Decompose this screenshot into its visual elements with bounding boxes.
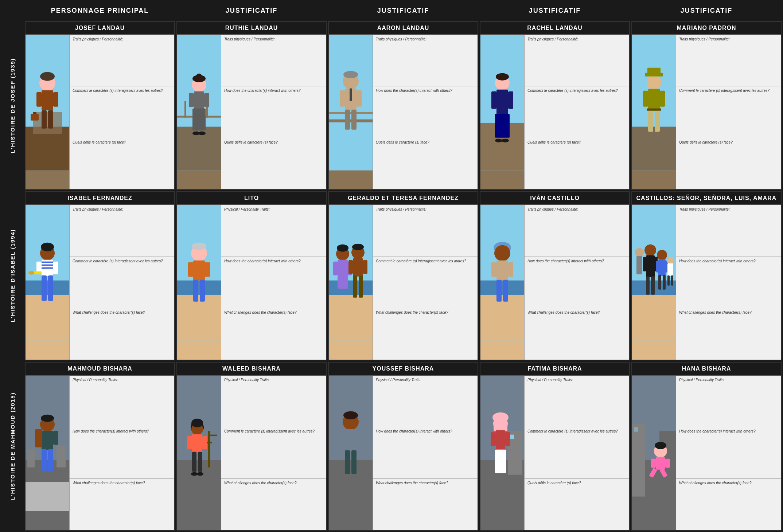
name-waleed: WALEED BISHARA	[177, 363, 326, 376]
figure-fatima	[480, 376, 524, 530]
field-castillos-2: What challenges does the character(s) fa…	[676, 308, 781, 359]
image-geraldo-teresa	[329, 205, 373, 359]
name-youssef: YOUSSEF BISHARA	[329, 363, 478, 376]
field-geraldo-teresa-0: Traits physiques / Personnalité:	[373, 205, 478, 257]
name-lito: LITO	[177, 192, 326, 205]
svg-rect-154	[192, 451, 196, 472]
field-mariano-1: Comment le caractère (s) interagissent a…	[676, 86, 781, 138]
svg-rect-60	[26, 281, 69, 295]
svg-point-126	[667, 257, 674, 264]
svg-rect-132	[27, 449, 35, 467]
svg-rect-37	[350, 89, 352, 101]
figure-hana	[632, 376, 676, 530]
card-geraldo-teresa: GERALDO ET TERESA FERNANDEZ	[328, 191, 478, 360]
image-ruthie	[177, 35, 221, 189]
fields-isabel: Traits physiques / Personnalité: Comment…	[69, 205, 174, 359]
header-col1: PERSONNAGE PRINCIPAL	[25, 1, 175, 20]
content-rachel: Traits physiques / Personnalité: Comment…	[480, 35, 629, 189]
svg-rect-23	[204, 93, 209, 107]
name-castillos: CASTILLOS: SEÑOR, SEÑORA, LUIS, AMARA	[632, 192, 781, 205]
content-fatima: Physical / Personality Traits: Comment l…	[480, 376, 629, 530]
svg-rect-145	[208, 431, 210, 467]
field-geraldo-teresa-1: Comment le caractère (s) interagissent a…	[373, 257, 478, 308]
svg-rect-97	[353, 276, 357, 298]
svg-point-103	[494, 245, 510, 261]
field-josef-2: Quels défis le caractère (s) face?	[70, 138, 174, 189]
field-hana-2: What challenges does the character(s) fa…	[676, 479, 781, 530]
image-mariano	[632, 35, 676, 189]
svg-rect-178	[495, 449, 506, 473]
field-fatima-2: Quels défis le caractère (s) face?	[525, 479, 629, 530]
svg-rect-108	[503, 280, 508, 302]
svg-rect-24	[192, 109, 206, 130]
svg-point-26	[198, 132, 206, 135]
svg-rect-94	[353, 258, 363, 277]
svg-rect-57	[655, 110, 660, 132]
fields-youssef: Physical / Personality Traits: How does …	[373, 376, 478, 530]
svg-rect-125	[663, 275, 666, 290]
image-castillos	[632, 205, 676, 359]
svg-rect-10	[31, 114, 39, 121]
svg-point-156	[191, 472, 198, 476]
svg-point-9	[40, 72, 55, 81]
svg-point-78	[192, 243, 206, 250]
fields-mariano: Traits physiques / Personnalité: Comment…	[676, 35, 781, 189]
svg-point-157	[197, 472, 203, 476]
fields-josef: Traits physiques / Personnalité: Comment…	[69, 35, 174, 189]
svg-rect-142	[48, 449, 53, 471]
svg-point-150	[191, 418, 203, 427]
svg-rect-98	[359, 276, 363, 298]
field-ruthie-2: Quels défis le caractère (s) face?	[221, 138, 326, 189]
field-rachel-0: Traits physiques / Personnalité:	[525, 35, 629, 86]
svg-rect-113	[636, 256, 642, 274]
card-waleed: WALEED BISHARA	[176, 362, 327, 531]
field-ruthie-1: How does the character(s) interact with …	[221, 86, 326, 138]
field-fatima-0: Physical / Personality Traits:	[525, 376, 629, 427]
figure-josef	[26, 35, 69, 189]
content-isabel: Traits physiques / Personnalité: Comment…	[26, 205, 174, 359]
svg-rect-65	[42, 262, 53, 263]
card-aaron: AARON LANDAU	[328, 21, 478, 190]
field-waleed-0: Physical / Personality Traits:	[221, 376, 326, 427]
name-ruthie: RUTHIE LANDAU	[177, 22, 326, 35]
card-hana: HANA BISHARA	[631, 362, 782, 531]
field-lito-0: Physical / Personality Traits:	[221, 205, 326, 257]
svg-rect-95	[348, 260, 353, 274]
svg-rect-185	[656, 457, 665, 469]
field-isabel-2: What challenges does the character(s) fa…	[70, 308, 174, 359]
svg-rect-21	[194, 91, 204, 110]
svg-rect-121	[658, 259, 666, 276]
card-ivan: IVÁN CASTILLO	[480, 191, 630, 360]
svg-point-20	[196, 74, 202, 79]
svg-rect-76	[177, 295, 221, 341]
svg-rect-90	[333, 262, 338, 275]
fields-ivan: Traits physiques / Personnalité: How doe…	[524, 205, 629, 359]
svg-rect-35	[345, 110, 350, 130]
field-lito-1: How does the character(s) interact with …	[221, 257, 326, 308]
svg-rect-122	[656, 261, 658, 273]
svg-rect-119	[651, 277, 655, 295]
svg-rect-186	[651, 458, 656, 468]
svg-rect-107	[496, 280, 502, 302]
svg-rect-33	[340, 90, 345, 107]
image-hana	[632, 376, 676, 530]
content-waleed: Physical / Personality Traits: Comment l…	[177, 376, 326, 530]
svg-rect-29	[329, 112, 373, 114]
field-mahmoud-2: What challenges does the character(s) fa…	[70, 479, 174, 530]
image-ivan	[480, 205, 524, 359]
svg-rect-167	[343, 436, 359, 441]
field-hana-0: Physical / Personality Traits:	[676, 376, 781, 427]
figure-waleed	[177, 376, 221, 530]
svg-point-73	[28, 271, 34, 275]
header-col4: JUSTIFICATIF	[480, 1, 630, 20]
figure-castillos	[632, 205, 676, 359]
row-label-1: L'HISTOIRE D'ISABEL (1994)	[1, 191, 23, 360]
svg-rect-146	[208, 434, 217, 436]
field-youssef-1: How does the character(s) interact with …	[373, 427, 478, 478]
svg-rect-106	[508, 262, 513, 277]
svg-rect-174	[494, 420, 507, 431]
card-fatima: FATIMA BISHARA	[480, 362, 630, 531]
svg-rect-165	[345, 450, 350, 474]
field-castillos-0: Traits physiques / Personnalité:	[676, 205, 781, 257]
figure-aaron	[329, 35, 373, 189]
